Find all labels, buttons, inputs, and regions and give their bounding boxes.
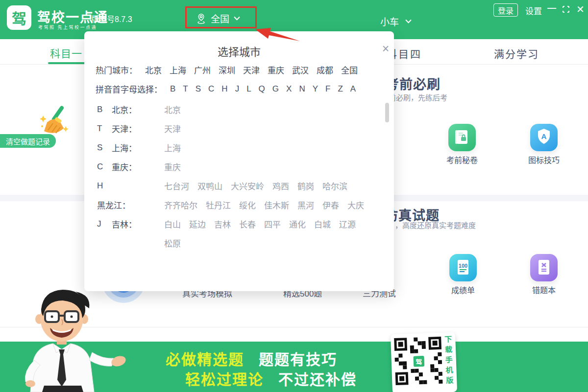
city-option[interactable]: 重庆 (164, 161, 181, 173)
row-letter: T (97, 124, 112, 134)
pinyin-letter[interactable]: J (235, 84, 240, 94)
maximize-icon (562, 5, 570, 14)
pinyin-row: 拼音首字母选择： BTSCHJLQGXNYFZA (96, 83, 356, 95)
version-label: 版本号8.7.3 (91, 13, 132, 24)
city-option[interactable]: 齐齐哈尔 (164, 199, 197, 211)
app-icon-secret-paper[interactable] (448, 124, 476, 151)
city-option[interactable]: 伊春 (322, 199, 339, 211)
city-option[interactable]: 白城 (314, 218, 331, 230)
hot-city-link[interactable]: 成都 (317, 64, 333, 76)
app-slogan: 考驾照 先上驾校一点通 (38, 24, 97, 30)
pinyin-letter[interactable]: Y (313, 84, 318, 94)
hot-city-link[interactable]: 天津 (243, 64, 260, 76)
row-city-list: 白山延边吉林长春四平通化白城辽源 (164, 218, 394, 230)
modal-title: 选择城市 (84, 43, 394, 59)
pinyin-letter[interactable]: Q (259, 84, 265, 94)
pinyin-letter[interactable]: F (325, 84, 330, 94)
city-option[interactable]: 大庆 (347, 199, 364, 211)
section-subtitle-mock-exam: ，高度还原真实考题难度 (395, 220, 476, 230)
hot-city-link[interactable]: 深圳 (219, 64, 235, 76)
city-option[interactable]: 白山 (164, 218, 181, 230)
settings-button[interactable]: 设置 (525, 4, 542, 17)
hot-city-link[interactable]: 广州 (194, 64, 211, 76)
app-icon-wrong-questions[interactable] (530, 254, 558, 281)
pinyin-letter[interactable]: N (299, 84, 305, 94)
hot-city-link[interactable]: 武汉 (292, 64, 309, 76)
active-tab-underline (48, 62, 86, 64)
minimize-button[interactable]: — (547, 3, 556, 13)
banner-line1-rest: 题题有技巧 (259, 351, 337, 368)
banner-line2-rest: 不过还补偿 (278, 371, 357, 388)
logo-glyph: 驾 (12, 7, 26, 28)
row-city-list: 松原 (164, 237, 394, 249)
pinyin-letter[interactable]: Z (338, 84, 343, 94)
city-option[interactable]: 松原 (164, 237, 181, 249)
pinyin-letter[interactable]: A (350, 84, 356, 94)
city-option[interactable]: 佳木斯 (264, 199, 289, 211)
city-option[interactable]: 四平 (264, 218, 281, 230)
city-option[interactable]: 鹤岗 (297, 180, 314, 192)
city-option[interactable]: 长春 (239, 218, 256, 230)
tab-full-marks[interactable]: 满分学习 (494, 46, 539, 61)
city-option[interactable]: 哈尔滨 (322, 180, 347, 192)
city-row: H七台河双鸭山大兴安岭鸡西鹤岗哈尔滨 (84, 176, 394, 195)
pinyin-letter[interactable]: H (221, 84, 227, 94)
row-province-label: 重庆： (112, 161, 164, 173)
row-province-label: 吉林： (112, 218, 164, 230)
city-row: S上海：上海 (84, 138, 394, 157)
row-letter: H (97, 181, 112, 191)
download-qr-card: 驾 下载手机版 (391, 332, 457, 392)
city-option[interactable]: 北京 (164, 103, 181, 115)
city-option[interactable]: 绥化 (239, 199, 256, 211)
city-option[interactable]: 吉林 (214, 218, 231, 230)
modal-close-icon[interactable]: × (379, 42, 392, 55)
city-option[interactable]: 鸡西 (272, 180, 289, 192)
app-logo: 驾 (7, 5, 31, 30)
pinyin-letter[interactable]: G (272, 84, 279, 94)
hot-city-link[interactable]: 北京 (145, 64, 162, 76)
clear-records-button[interactable]: 清空做题记录 (0, 134, 56, 148)
city-option[interactable]: 大兴安岭 (231, 180, 264, 192)
modal-scrollbar-thumb[interactable] (385, 103, 389, 122)
app-label-secret-paper[interactable]: 考前秘卷 (433, 154, 491, 165)
banner-line1: 必做精选题题题有技巧 (166, 347, 337, 369)
app-icon-sign-tricks[interactable]: A (530, 124, 558, 151)
app-label-score-sheet[interactable]: 成绩单 (434, 284, 492, 296)
pinyin-letter[interactable]: B (170, 84, 175, 94)
city-option[interactable]: 黑河 (297, 199, 314, 211)
vehicle-label: 小车 (380, 15, 399, 28)
city-option[interactable]: 天津 (164, 122, 181, 135)
row-province-label: 天津： (112, 122, 164, 135)
hot-city-link[interactable]: 全国 (341, 64, 358, 76)
city-option[interactable]: 上海 (164, 141, 181, 154)
row-city-list: 上海 (164, 141, 394, 154)
annotation-arrow-icon (245, 24, 309, 49)
tab-subject1[interactable]: 科目一 (50, 46, 82, 60)
pinyin-letter[interactable]: T (183, 84, 188, 94)
city-row: 松原 (84, 233, 394, 253)
vehicle-type-selector[interactable]: 小车 (380, 15, 412, 28)
app-icon-score-sheet[interactable]: 100 (449, 254, 477, 281)
city-option[interactable]: 牡丹江 (206, 199, 231, 211)
city-option[interactable]: 辽源 (339, 218, 356, 230)
score-100-icon: 100 (449, 254, 477, 281)
login-button[interactable]: 登录 (493, 3, 518, 17)
close-window-button[interactable]: ✕ (576, 3, 585, 15)
row-city-list: 天津 (164, 122, 394, 135)
city-option[interactable]: 延边 (189, 218, 206, 230)
pinyin-letter[interactable]: C (208, 84, 214, 94)
broom-icon (38, 105, 71, 138)
pinyin-letter[interactable]: L (246, 84, 251, 94)
qr-code: 驾 (394, 337, 442, 385)
hot-city-link[interactable]: 上海 (170, 64, 186, 76)
hot-city-link[interactable]: 重庆 (268, 64, 284, 76)
maximize-button[interactable] (562, 5, 570, 16)
pinyin-letter[interactable]: X (286, 84, 292, 94)
city-row: T天津：天津 (84, 119, 394, 138)
city-option[interactable]: 通化 (289, 218, 306, 230)
city-option[interactable]: 双鸭山 (197, 180, 222, 192)
city-option[interactable]: 七台河 (164, 180, 189, 192)
app-label-sign-tricks[interactable]: 图标技巧 (514, 154, 573, 165)
app-label-wrong-questions[interactable]: 错题本 (514, 284, 573, 296)
pinyin-letter[interactable]: S (196, 84, 201, 94)
